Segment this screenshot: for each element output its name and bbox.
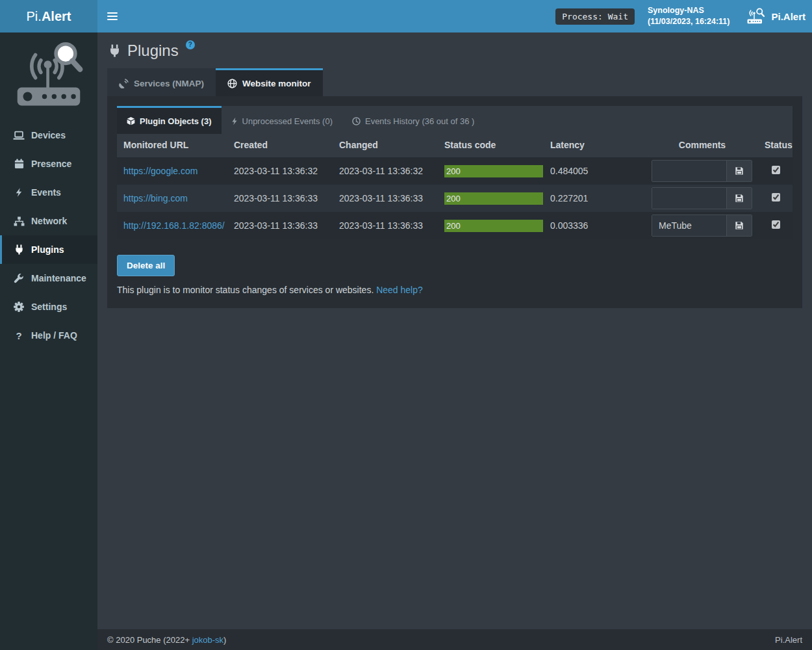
sidebar-item-maintenance[interactable]: Maintenance: [0, 264, 97, 292]
tab-label: Unprocessed Events (0): [242, 116, 333, 126]
table-row: https://bing.com 2023-03-11 13:36:33 202…: [117, 185, 793, 212]
plugin-note-text: This plugin is to monitor status changes…: [117, 285, 374, 295]
comment-group: [652, 160, 752, 182]
plugin-objects-table: Monitored URL Created Changed Status cod…: [117, 134, 793, 239]
sidebar-item-devices[interactable]: Devices: [0, 121, 97, 150]
jokob-sk-link[interactable]: jokob-sk: [192, 635, 223, 645]
top-navbar: Process: Wait Synology-NAS (11/03/2023, …: [97, 0, 812, 32]
sidebar-item-network[interactable]: Network: [0, 207, 97, 235]
created-cell: 2023-03-11 13:36:33: [227, 212, 333, 239]
col-monitored-url: Monitored URL: [117, 134, 227, 157]
sidebar-item-help[interactable]: ? Help / FAQ: [0, 321, 97, 350]
main-content: Plugins ? Services (NMAP) Website monito…: [97, 32, 812, 629]
sidebar-item-presence[interactable]: Presence: [0, 150, 97, 178]
created-cell: 2023-03-11 13:36:33: [227, 185, 333, 212]
delete-all-button[interactable]: Delete all: [117, 255, 175, 276]
monitored-url-link[interactable]: https://google.com: [123, 166, 197, 176]
help-badge[interactable]: ?: [186, 40, 195, 49]
sidebar-item-label: Help / FAQ: [31, 330, 77, 341]
sidebar-item-label: Settings: [31, 302, 67, 312]
latency-cell: 0.484005: [544, 157, 645, 185]
copyright-text: © 2020 Puche (2022+: [107, 635, 192, 645]
plugin-note: This plugin is to monitor status changes…: [117, 285, 793, 295]
sidebar-item-plugins[interactable]: Plugins: [0, 235, 97, 264]
host-info: Synology-NAS (11/03/2023, 16:24:11): [648, 5, 730, 27]
changed-cell: 2023-03-11 13:36:33: [333, 212, 438, 239]
brand-label: Pi.Alert: [771, 11, 806, 22]
floppy-disk-icon: [735, 166, 744, 176]
col-created: Created: [227, 134, 333, 157]
wrench-icon: [13, 273, 25, 283]
monitored-url-link[interactable]: http://192.168.1.82:8086/: [123, 220, 225, 231]
globe-icon: [227, 79, 237, 88]
need-help-link[interactable]: Need help?: [376, 285, 423, 295]
page-title-text: Plugins: [127, 42, 179, 60]
changed-cell: 2023-03-11 13:36:32: [333, 157, 438, 185]
col-comments: Comments: [645, 134, 758, 157]
app-logo[interactable]: Pi.Alert: [0, 0, 97, 32]
comment-group: [652, 214, 752, 237]
gear-icon: [13, 302, 25, 312]
comment-input[interactable]: [652, 215, 726, 236]
website-monitor-panel: Plugin Objects (3) Unprocessed Events (0…: [107, 96, 802, 308]
calendar-icon: [13, 159, 25, 169]
plugin-tabs: Services (NMAP) Website monitor: [107, 68, 802, 96]
sidebar-item-events[interactable]: Events: [0, 178, 97, 207]
plug-icon: [108, 44, 121, 57]
comment-group: [652, 187, 752, 209]
tab-plugin-objects[interactable]: Plugin Objects (3): [117, 106, 222, 134]
tab-services-nmap[interactable]: Services (NMAP): [107, 68, 216, 96]
sidebar-toggle-icon[interactable]: [97, 0, 127, 32]
sidebar-item-label: Events: [31, 187, 61, 198]
status-checkbox[interactable]: [772, 166, 780, 174]
tab-label: Events History (36 out of 36 ): [365, 116, 474, 126]
sidebar-item-settings[interactable]: Settings: [0, 292, 97, 321]
sidebar-item-label: Maintenance: [31, 273, 86, 283]
sidebar-item-label: Network: [31, 216, 67, 226]
tab-events-history[interactable]: Events History (36 out of 36 ): [342, 106, 484, 134]
sitemap-icon: [13, 216, 25, 226]
question-icon: ?: [13, 330, 25, 341]
save-comment-button[interactable]: [726, 215, 752, 236]
satellite-dish-icon: [119, 79, 129, 88]
tab-website-monitor[interactable]: Website monitor: [216, 68, 323, 96]
latency-cell: 0.003336: [544, 212, 645, 239]
sidebar: Devices Presence Events Network: [0, 32, 97, 650]
navbar-right: Process: Wait Synology-NAS (11/03/2023, …: [555, 5, 812, 27]
table-row: http://192.168.1.82:8086/ 2023-03-11 13:…: [117, 212, 793, 239]
floppy-disk-icon: [735, 221, 744, 230]
bolt-icon: [231, 117, 238, 125]
tab-label: Website monitor: [242, 79, 311, 88]
tab-unprocessed-events[interactable]: Unprocessed Events (0): [222, 106, 342, 134]
router-scan-icon: [746, 8, 766, 25]
status-checkbox[interactable]: [772, 193, 780, 202]
col-changed: Changed: [333, 134, 438, 157]
cube-icon: [127, 116, 135, 125]
col-status-code: Status code: [438, 134, 544, 157]
footer: © 2020 Puche (2022+ jokob-sk) Pi.Alert: [97, 629, 812, 650]
sidebar-menu: Devices Presence Events Network: [0, 121, 97, 350]
copyright-suffix: ): [223, 635, 226, 645]
logo-alert: Alert: [42, 9, 71, 23]
table-header-row: Monitored URL Created Changed Status cod…: [117, 134, 793, 157]
status-code-bar: 200: [444, 192, 543, 205]
monitored-url-link[interactable]: https://bing.com: [123, 193, 188, 203]
floppy-disk-icon: [735, 194, 744, 203]
laptop-icon: [13, 131, 25, 140]
sidebar-item-label: Plugins: [31, 244, 64, 255]
sidebar-item-label: Devices: [31, 130, 66, 140]
save-comment-button[interactable]: [726, 188, 752, 209]
sidebar-item-label: Presence: [31, 159, 71, 169]
logo-pi: Pi.: [27, 9, 42, 23]
pialert-app: Pi.Alert Process: Wait Synology-NAS (11/…: [0, 0, 812, 650]
save-comment-button[interactable]: [726, 161, 752, 181]
comment-input[interactable]: [652, 188, 726, 209]
col-status: Status: [758, 134, 793, 157]
status-code-bar: 200: [444, 220, 543, 232]
table-row: https://google.com 2023-03-11 13:36:32 2…: [117, 157, 793, 185]
footer-brand: Pi.Alert: [775, 635, 802, 645]
process-status-badge: Process: Wait: [555, 8, 635, 25]
status-checkbox[interactable]: [772, 220, 780, 229]
tab-label: Services (NMAP): [134, 79, 204, 88]
comment-input[interactable]: [652, 161, 726, 181]
